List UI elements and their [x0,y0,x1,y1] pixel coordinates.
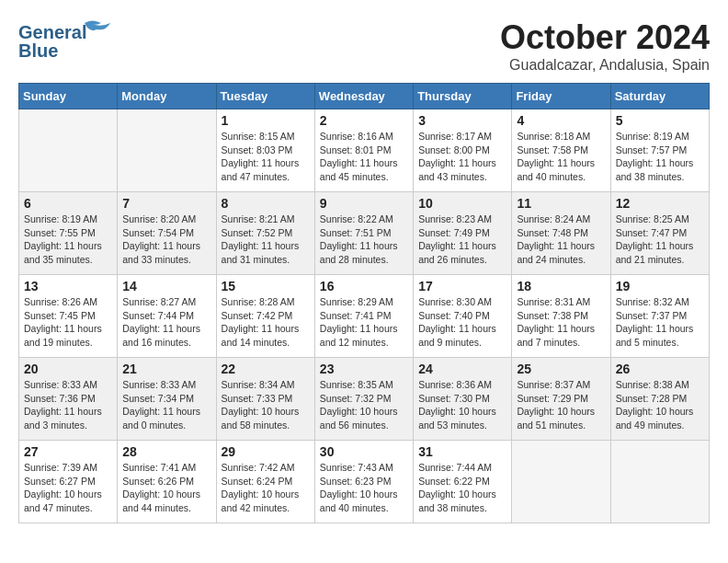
weekday-header-saturday: Saturday [610,84,709,109]
day-info: Sunrise: 7:44 AM Sunset: 6:22 PM Dayligh… [418,461,506,515]
page-header: General Blue October 2024 Guadalcazar, A… [18,18,710,74]
day-number: 25 [517,362,605,376]
day-info: Sunrise: 7:41 AM Sunset: 6:26 PM Dayligh… [122,461,210,515]
calendar-cell: 18Sunrise: 8:31 AM Sunset: 7:38 PM Dayli… [512,275,610,358]
calendar-cell: 21Sunrise: 8:33 AM Sunset: 7:34 PM Dayli… [118,358,216,441]
day-info: Sunrise: 8:21 AM Sunset: 7:52 PM Dayligh… [222,213,310,267]
day-info: Sunrise: 8:19 AM Sunset: 7:55 PM Dayligh… [24,213,112,267]
day-info: Sunrise: 8:22 AM Sunset: 7:51 PM Dayligh… [320,213,408,267]
calendar-cell: 12Sunrise: 8:25 AM Sunset: 7:47 PM Dayli… [610,192,709,275]
day-number: 30 [320,444,408,459]
calendar-cell: 16Sunrise: 8:29 AM Sunset: 7:41 PM Dayli… [314,275,413,358]
day-number: 22 [222,362,310,376]
day-number: 17 [418,279,506,293]
day-info: Sunrise: 8:26 AM Sunset: 7:45 PM Dayligh… [24,295,112,350]
calendar-cell [512,441,610,523]
calendar-cell [19,109,118,192]
svg-text:Blue: Blue [18,40,58,60]
calendar-cell: 28Sunrise: 7:41 AM Sunset: 6:26 PM Dayli… [118,441,216,523]
calendar-cell: 6Sunrise: 8:19 AM Sunset: 7:55 PM Daylig… [19,192,118,275]
day-number: 14 [122,279,210,293]
weekday-header-tuesday: Tuesday [216,84,314,109]
calendar-cell: 10Sunrise: 8:23 AM Sunset: 7:49 PM Dayli… [414,192,512,275]
day-number: 20 [24,362,112,376]
calendar-cell: 2Sunrise: 8:16 AM Sunset: 8:01 PM Daylig… [314,109,413,192]
calendar-cell: 27Sunrise: 7:39 AM Sunset: 6:27 PM Dayli… [19,441,118,523]
day-info: Sunrise: 8:18 AM Sunset: 7:58 PM Dayligh… [517,130,605,184]
calendar-cell: 11Sunrise: 8:24 AM Sunset: 7:48 PM Dayli… [512,192,610,275]
day-info: Sunrise: 8:33 AM Sunset: 7:34 PM Dayligh… [122,378,210,432]
day-info: Sunrise: 8:38 AM Sunset: 7:28 PM Dayligh… [616,378,704,432]
day-info: Sunrise: 7:43 AM Sunset: 6:23 PM Dayligh… [320,461,408,515]
day-info: Sunrise: 8:23 AM Sunset: 7:49 PM Dayligh… [418,213,506,267]
calendar-week-2: 6Sunrise: 8:19 AM Sunset: 7:55 PM Daylig… [19,192,710,275]
day-number: 7 [122,196,210,211]
day-number: 15 [222,279,310,293]
calendar-cell: 5Sunrise: 8:19 AM Sunset: 7:57 PM Daylig… [610,109,709,192]
day-number: 10 [418,196,506,211]
day-info: Sunrise: 8:19 AM Sunset: 7:57 PM Dayligh… [616,130,704,184]
day-number: 27 [24,444,112,459]
day-info: Sunrise: 8:29 AM Sunset: 7:41 PM Dayligh… [320,295,408,350]
calendar-cell: 17Sunrise: 8:30 AM Sunset: 7:40 PM Dayli… [414,275,512,358]
calendar-week-1: 1Sunrise: 8:15 AM Sunset: 8:03 PM Daylig… [19,109,710,192]
day-number: 3 [418,113,506,128]
day-number: 9 [320,196,408,211]
calendar-cell [610,441,709,523]
weekday-header-sunday: Sunday [19,84,118,109]
calendar-cell: 25Sunrise: 8:37 AM Sunset: 7:29 PM Dayli… [512,358,610,441]
day-info: Sunrise: 8:15 AM Sunset: 8:03 PM Dayligh… [222,130,310,184]
calendar-cell: 13Sunrise: 8:26 AM Sunset: 7:45 PM Dayli… [19,275,118,358]
day-info: Sunrise: 8:30 AM Sunset: 7:40 PM Dayligh… [418,295,506,350]
calendar-cell: 9Sunrise: 8:22 AM Sunset: 7:51 PM Daylig… [314,192,413,275]
day-info: Sunrise: 8:24 AM Sunset: 7:48 PM Dayligh… [517,213,605,267]
day-number: 24 [418,362,506,376]
calendar-cell: 30Sunrise: 7:43 AM Sunset: 6:23 PM Dayli… [314,441,413,523]
day-number: 11 [517,196,605,211]
calendar-week-4: 20Sunrise: 8:33 AM Sunset: 7:36 PM Dayli… [19,358,710,441]
day-number: 16 [320,279,408,293]
day-number: 28 [122,444,210,459]
day-info: Sunrise: 8:20 AM Sunset: 7:54 PM Dayligh… [122,213,210,267]
calendar-cell: 20Sunrise: 8:33 AM Sunset: 7:36 PM Dayli… [19,358,118,441]
day-number: 31 [418,444,506,459]
day-number: 8 [222,196,310,211]
calendar-cell [118,109,216,192]
calendar-cell: 31Sunrise: 7:44 AM Sunset: 6:22 PM Dayli… [414,441,512,523]
day-number: 29 [222,444,310,459]
location-subtitle: Guadalcazar, Andalusia, Spain [500,57,710,74]
calendar-cell: 26Sunrise: 8:38 AM Sunset: 7:28 PM Dayli… [610,358,709,441]
weekday-header-thursday: Thursday [414,84,512,109]
svg-text:General: General [18,22,86,42]
day-number: 1 [222,113,310,128]
calendar-cell: 3Sunrise: 8:17 AM Sunset: 8:00 PM Daylig… [414,109,512,192]
weekday-header-wednesday: Wednesday [314,84,413,109]
calendar-cell: 8Sunrise: 8:21 AM Sunset: 7:52 PM Daylig… [216,192,314,275]
day-info: Sunrise: 8:36 AM Sunset: 7:30 PM Dayligh… [418,378,506,432]
calendar-cell: 24Sunrise: 8:36 AM Sunset: 7:30 PM Dayli… [414,358,512,441]
day-info: Sunrise: 8:17 AM Sunset: 8:00 PM Dayligh… [418,130,506,184]
day-number: 5 [616,113,704,128]
calendar-table: SundayMondayTuesdayWednesdayThursdayFrid… [18,83,710,523]
title-block: October 2024 Guadalcazar, Andalusia, Spa… [500,18,710,74]
calendar-cell: 7Sunrise: 8:20 AM Sunset: 7:54 PM Daylig… [118,192,216,275]
calendar-cell: 23Sunrise: 8:35 AM Sunset: 7:32 PM Dayli… [314,358,413,441]
day-number: 12 [616,196,704,211]
calendar-cell: 14Sunrise: 8:27 AM Sunset: 7:44 PM Dayli… [118,275,216,358]
calendar-week-3: 13Sunrise: 8:26 AM Sunset: 7:45 PM Dayli… [19,275,710,358]
day-info: Sunrise: 8:37 AM Sunset: 7:29 PM Dayligh… [517,378,605,432]
day-number: 19 [616,279,704,293]
weekday-header-friday: Friday [512,84,610,109]
day-info: Sunrise: 8:35 AM Sunset: 7:32 PM Dayligh… [320,378,408,432]
day-info: Sunrise: 8:16 AM Sunset: 8:01 PM Dayligh… [320,130,408,184]
weekday-header-monday: Monday [118,84,216,109]
calendar-cell: 19Sunrise: 8:32 AM Sunset: 7:37 PM Dayli… [610,275,709,358]
day-info: Sunrise: 8:33 AM Sunset: 7:36 PM Dayligh… [24,378,112,432]
calendar-cell: 15Sunrise: 8:28 AM Sunset: 7:42 PM Dayli… [216,275,314,358]
day-number: 2 [320,113,408,128]
day-number: 4 [517,113,605,128]
month-title: October 2024 [500,18,710,57]
day-info: Sunrise: 8:34 AM Sunset: 7:33 PM Dayligh… [222,378,310,432]
calendar-cell: 4Sunrise: 8:18 AM Sunset: 7:58 PM Daylig… [512,109,610,192]
calendar-cell: 22Sunrise: 8:34 AM Sunset: 7:33 PM Dayli… [216,358,314,441]
